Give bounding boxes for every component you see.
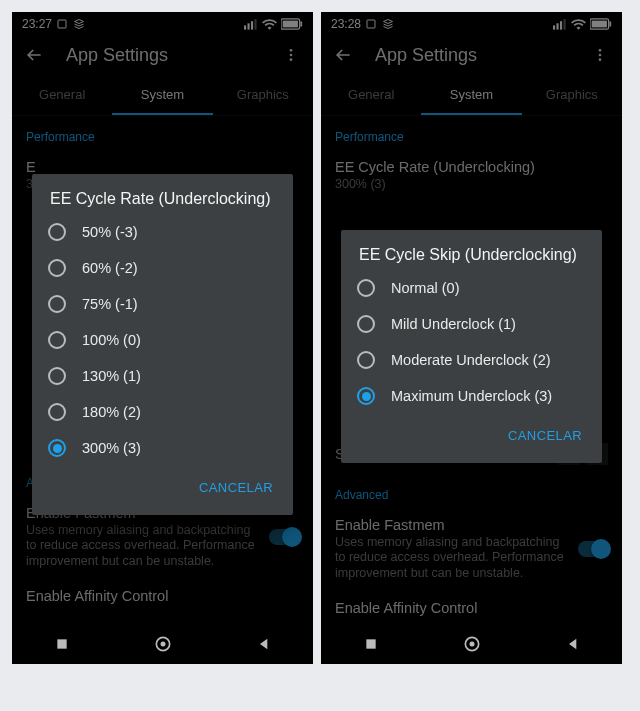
recents-icon[interactable] — [363, 636, 379, 652]
option-label: 50% (-3) — [82, 224, 138, 240]
option-label: 300% (3) — [82, 440, 141, 456]
screen-right: 23:28 App Settings General System Graphi… — [321, 12, 622, 664]
radio-icon — [48, 223, 66, 241]
cancel-button[interactable]: CANCELAR — [193, 472, 279, 503]
screen-left: 23:27 App Settings General System Graphi… — [12, 12, 313, 664]
dialog-option[interactable]: 300% (3) — [32, 430, 293, 466]
home-icon[interactable] — [153, 634, 173, 654]
dialog-option[interactable]: Moderate Underclock (2) — [341, 342, 602, 378]
dialog-option[interactable]: 50% (-3) — [32, 214, 293, 250]
dialog-option[interactable]: 75% (-1) — [32, 286, 293, 322]
svg-rect-11 — [57, 639, 66, 648]
radio-icon — [357, 279, 375, 297]
radio-icon — [48, 295, 66, 313]
dialog-option[interactable]: Normal (0) — [341, 270, 602, 306]
android-navbar — [12, 624, 313, 664]
radio-icon — [48, 367, 66, 385]
back-nav-icon[interactable] — [565, 636, 581, 652]
option-label: Maximum Underclock (3) — [391, 388, 552, 404]
dialog-option[interactable]: 130% (1) — [32, 358, 293, 394]
dialog-option[interactable]: Mild Underclock (1) — [341, 306, 602, 342]
dialog-option[interactable]: Maximum Underclock (3) — [341, 378, 602, 414]
recents-icon[interactable] — [54, 636, 70, 652]
option-label: Mild Underclock (1) — [391, 316, 516, 332]
dialog-title: EE Cycle Rate (Underclocking) — [32, 174, 293, 214]
dialog-cycle-rate: EE Cycle Rate (Underclocking) 50% (-3)60… — [32, 174, 293, 515]
dialog-option[interactable]: 100% (0) — [32, 322, 293, 358]
back-nav-icon[interactable] — [256, 636, 272, 652]
radio-icon — [48, 403, 66, 421]
home-icon[interactable] — [462, 634, 482, 654]
option-label: Normal (0) — [391, 280, 459, 296]
option-label: 60% (-2) — [82, 260, 138, 276]
dialog-option[interactable]: 60% (-2) — [32, 250, 293, 286]
svg-point-27 — [469, 642, 474, 647]
radio-icon — [357, 387, 375, 405]
option-label: 130% (1) — [82, 368, 141, 384]
option-label: 100% (0) — [82, 332, 141, 348]
radio-icon — [357, 351, 375, 369]
radio-icon — [357, 315, 375, 333]
dialog-title: EE Cycle Skip (Underclocking) — [341, 230, 602, 270]
android-navbar — [321, 624, 622, 664]
radio-icon — [48, 331, 66, 349]
option-label: Moderate Underclock (2) — [391, 352, 551, 368]
option-label: 180% (2) — [82, 404, 141, 420]
cancel-button[interactable]: CANCELAR — [502, 420, 588, 451]
dialog-cycle-skip: EE Cycle Skip (Underclocking) Normal (0)… — [341, 230, 602, 463]
radio-icon — [48, 259, 66, 277]
svg-point-13 — [160, 642, 165, 647]
svg-rect-25 — [366, 639, 375, 648]
dialog-options: Normal (0)Mild Underclock (1)Moderate Un… — [341, 270, 602, 414]
radio-icon — [48, 439, 66, 457]
dialog-option[interactable]: 180% (2) — [32, 394, 293, 430]
dialog-options: 50% (-3)60% (-2)75% (-1)100% (0)130% (1)… — [32, 214, 293, 466]
option-label: 75% (-1) — [82, 296, 138, 312]
